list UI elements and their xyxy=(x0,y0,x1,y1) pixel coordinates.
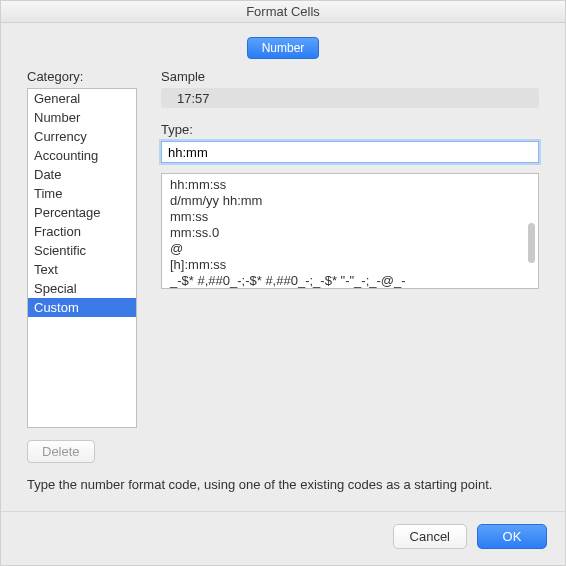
sample-value-box: 17:57 xyxy=(161,88,539,108)
scrollbar-thumb[interactable] xyxy=(528,223,535,263)
button-bar: Cancel OK xyxy=(1,511,565,565)
category-item[interactable]: Number xyxy=(28,108,136,127)
tab-row: Number xyxy=(1,23,565,69)
content-area: Category: GeneralNumberCurrencyAccountin… xyxy=(1,69,565,511)
tab-number[interactable]: Number xyxy=(247,37,320,59)
category-item[interactable]: Percentage xyxy=(28,203,136,222)
window-title: Format Cells xyxy=(246,4,320,19)
ok-button-label: OK xyxy=(503,529,522,544)
format-item[interactable]: @ xyxy=(166,241,534,257)
category-item[interactable]: Scientific xyxy=(28,241,136,260)
delete-button[interactable]: Delete xyxy=(27,440,95,463)
hint-text: Type the number format code, using one o… xyxy=(27,477,539,492)
format-item[interactable]: [h]:mm:ss xyxy=(166,257,534,273)
format-cells-dialog: Format Cells Number Category: GeneralNum… xyxy=(0,0,566,566)
category-item[interactable]: Currency xyxy=(28,127,136,146)
sample-label: Sample xyxy=(161,69,539,84)
category-list[interactable]: GeneralNumberCurrencyAccountingDateTimeP… xyxy=(27,88,137,428)
category-item[interactable]: Custom xyxy=(28,298,136,317)
category-item[interactable]: Special xyxy=(28,279,136,298)
category-item[interactable]: Date xyxy=(28,165,136,184)
category-label: Category: xyxy=(27,69,137,84)
format-item[interactable]: hh:mm:ss xyxy=(166,177,534,193)
ok-button[interactable]: OK xyxy=(477,524,547,549)
category-item[interactable]: Time xyxy=(28,184,136,203)
format-item[interactable]: d/mm/yy hh:mm xyxy=(166,193,534,209)
cancel-button[interactable]: Cancel xyxy=(393,524,467,549)
category-item[interactable]: Text xyxy=(28,260,136,279)
type-input[interactable] xyxy=(161,141,539,163)
format-item[interactable]: mm:ss.0 xyxy=(166,225,534,241)
format-item[interactable]: mm:ss xyxy=(166,209,534,225)
cancel-button-label: Cancel xyxy=(410,529,450,544)
delete-button-label: Delete xyxy=(42,444,80,459)
type-label: Type: xyxy=(161,122,539,137)
titlebar: Format Cells xyxy=(1,1,565,23)
category-item[interactable]: General xyxy=(28,89,136,108)
format-code-list[interactable]: hh:mm:ssd/mm/yy hh:mmmm:ssmm:ss.0@[h]:mm… xyxy=(161,173,539,289)
tab-number-label: Number xyxy=(262,41,305,55)
category-item[interactable]: Accounting xyxy=(28,146,136,165)
format-item[interactable]: _-$* #,##0_-;-$* #,##0_-;_-$* "-"_-;_-@_… xyxy=(166,273,534,289)
sample-value: 17:57 xyxy=(177,91,210,106)
category-item[interactable]: Fraction xyxy=(28,222,136,241)
